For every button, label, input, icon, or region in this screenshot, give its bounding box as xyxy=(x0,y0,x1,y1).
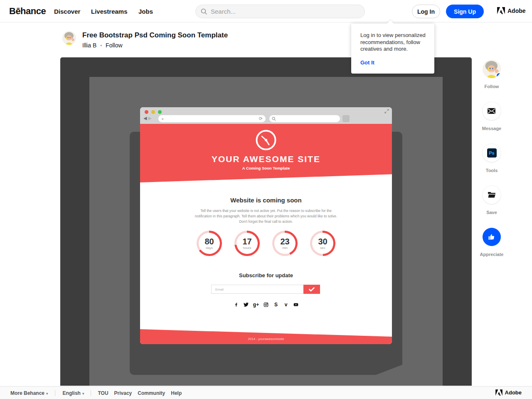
search-icon xyxy=(201,8,207,15)
rail-appreciate: Appreciate xyxy=(480,228,504,257)
countdown-days-unit: days xyxy=(206,246,213,250)
nav-link-livestreams[interactable]: Livestreams xyxy=(91,8,128,15)
countdown-seconds-value: 30 xyxy=(318,237,327,246)
youtube-icon[interactable] xyxy=(293,302,298,307)
countdown-hours-unit: hours xyxy=(243,246,251,250)
project-byline: Illia B • Follow xyxy=(82,42,228,49)
mock-url-bar: + ⟳ xyxy=(158,115,266,122)
appreciate-button[interactable] xyxy=(483,228,501,246)
countdown-minutes-value: 23 xyxy=(280,237,289,246)
clock-icon xyxy=(255,129,277,151)
countdown-days-value: 80 xyxy=(204,237,214,246)
back-arrow-icon: ◀ xyxy=(143,116,148,121)
adobe-logo: Adobe xyxy=(497,7,526,14)
avatar-illustration xyxy=(62,31,76,45)
nav-link-jobs[interactable]: Jobs xyxy=(138,8,153,15)
minimize-light-icon xyxy=(151,110,155,114)
vimeo-icon[interactable]: v xyxy=(283,302,288,307)
author-avatar[interactable] xyxy=(62,31,76,45)
project-title: Free Bootstrap Psd Coming Soon Template xyxy=(82,31,228,39)
project-image[interactable]: ◀▶ + ⟳ xyxy=(89,77,443,386)
rail-save: Save xyxy=(483,186,501,215)
rail-follow-label: Follow xyxy=(485,84,499,89)
google-plus-icon[interactable]: g+ xyxy=(254,302,259,307)
login-button[interactable]: Log In xyxy=(412,5,440,18)
footer-divider xyxy=(55,390,55,396)
language-menu[interactable]: English▾ xyxy=(63,390,84,396)
site-footer-text: 2014 - yourawesomesite xyxy=(140,337,392,341)
rail-message: Message xyxy=(482,102,501,131)
instagram-icon[interactable] xyxy=(264,302,268,307)
mock-browser-window: ◀▶ + ⟳ xyxy=(140,107,392,344)
site-header: YOUR AWESOME SITE A Coming Soon Template xyxy=(140,124,392,182)
rail-message-label: Message xyxy=(482,126,501,131)
countdown-minutes: 23min xyxy=(272,231,298,256)
browser-nav-arrows: ◀▶ xyxy=(143,116,153,121)
message-button[interactable] xyxy=(483,102,501,120)
caret-down-icon: ▾ xyxy=(46,392,48,396)
author-name[interactable]: Illia B xyxy=(82,42,96,49)
more-behance-menu[interactable]: More Behance▾ xyxy=(10,390,48,396)
adobe-mark-icon xyxy=(497,7,505,14)
got-it-button[interactable]: Got It xyxy=(360,59,374,66)
adobe-wordmark: Adobe xyxy=(507,7,526,14)
project-meta: Free Bootstrap Psd Coming Soon Template … xyxy=(82,31,228,49)
countdown-row: 80days 17hours 23min 30sec xyxy=(140,231,392,256)
refresh-icon: ⟳ xyxy=(259,116,263,121)
checkmark-icon xyxy=(309,287,315,292)
signup-button[interactable]: Sign Up xyxy=(446,5,484,18)
close-light-icon xyxy=(145,110,148,114)
follow-plus-icon[interactable]: + xyxy=(496,72,501,78)
forward-arrow-icon: ▶ xyxy=(148,116,153,121)
footer-divider xyxy=(91,390,91,396)
rail-author-avatar[interactable]: + xyxy=(483,60,501,78)
caret-down-icon: ▾ xyxy=(82,392,84,396)
countdown-hours: 17hours xyxy=(234,231,260,256)
email-field[interactable] xyxy=(211,285,303,294)
project-header: Free Bootstrap Psd Coming Soon Template … xyxy=(62,31,228,49)
footer-adobe-logo: Adobe xyxy=(495,389,522,396)
top-nav: Bēhance Discover Livestreams Jobs Log In… xyxy=(0,0,532,22)
envelope-icon xyxy=(488,108,495,114)
tools-button[interactable]: Ps xyxy=(483,144,501,162)
new-tab-plus-icon: + xyxy=(161,116,164,121)
twitter-icon[interactable] xyxy=(244,302,249,307)
traffic-lights xyxy=(145,110,162,114)
site-title: YOUR AWESOME SITE xyxy=(140,154,392,164)
rail-save-label: Save xyxy=(486,210,497,215)
search-input[interactable] xyxy=(211,8,352,15)
facebook-icon[interactable] xyxy=(234,302,239,307)
footer-link-privacy[interactable]: Privacy xyxy=(114,390,132,396)
rail-tools: Ps Tools xyxy=(483,144,501,173)
page-footer: More Behance▾ English▾ TOU Privacy Commu… xyxy=(0,386,532,399)
expand-icon xyxy=(384,109,389,113)
photoshop-icon: Ps xyxy=(487,148,497,158)
footer-link-community[interactable]: Community xyxy=(138,390,165,396)
skype-icon[interactable]: S xyxy=(273,302,278,307)
byline-separator: • xyxy=(100,43,102,48)
nav-link-discover[interactable]: Discover xyxy=(54,8,80,15)
countdown-minutes-unit: min xyxy=(282,246,288,250)
zoom-light-icon xyxy=(158,110,162,114)
clock-logo xyxy=(140,129,392,153)
footer-link-tou[interactable]: TOU xyxy=(98,390,108,396)
adobe-wordmark: Adobe xyxy=(505,389,522,396)
save-button[interactable] xyxy=(483,186,501,204)
login-tooltip: Log in to view personalized recommendati… xyxy=(351,24,434,74)
footer-link-help[interactable]: Help xyxy=(171,390,182,396)
browser-mini-button xyxy=(342,115,350,122)
mock-search-bar xyxy=(269,115,340,122)
site-footer-band xyxy=(140,328,392,344)
subscribe-submit-button[interactable] xyxy=(303,285,320,294)
behance-logo[interactable]: Bēhance xyxy=(9,6,46,17)
countdown-seconds: 30sec xyxy=(310,231,335,256)
countdown-hours-value: 17 xyxy=(242,237,251,246)
footer-links: More Behance▾ English▾ TOU Privacy Commu… xyxy=(0,387,532,399)
social-icons-row: g+ S v xyxy=(140,302,392,307)
search-bar[interactable] xyxy=(195,5,365,18)
folder-icon xyxy=(488,192,496,198)
follow-link[interactable]: Follow xyxy=(106,42,122,49)
mock-browser-chrome: ◀▶ + ⟳ xyxy=(140,107,392,124)
adobe-mark-icon xyxy=(495,389,502,396)
coming-soon-paragraph: Tell the users that your website is not … xyxy=(194,208,338,224)
